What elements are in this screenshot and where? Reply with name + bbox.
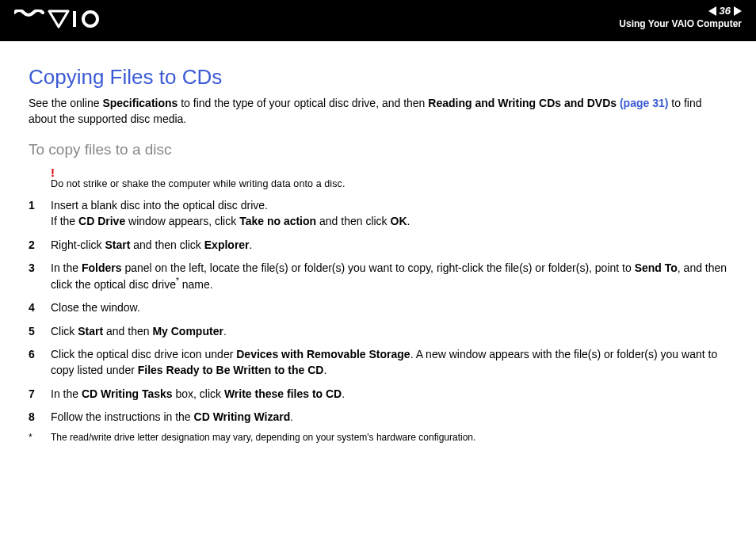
prev-page-icon[interactable] <box>708 6 716 16</box>
step-bold: Take no action <box>239 215 316 227</box>
step-text: name. <box>179 278 213 291</box>
step-item: Click Start and then My Computer. <box>29 323 727 339</box>
page-number: 36 <box>720 5 731 17</box>
step-text: . <box>407 215 410 227</box>
next-page-icon[interactable] <box>734 6 742 16</box>
step-text: If the <box>51 215 78 227</box>
step-bold: My Computer <box>152 325 223 338</box>
step-text: Follow the instructions in the <box>51 410 194 423</box>
warning-text: Do not strike or shake the computer whil… <box>51 178 727 189</box>
content-area: Copying Files to CDs See the online Spec… <box>0 41 756 459</box>
intro-seg: to find the type of your optical disc dr… <box>178 97 428 109</box>
step-text: In the <box>51 261 82 274</box>
step-item: Close the window. <box>29 299 727 315</box>
footnote-text: The read/write drive letter designation … <box>51 432 475 443</box>
svg-rect-0 <box>73 11 76 27</box>
page-nav: 36 <box>619 5 742 17</box>
step-bold: CD Drive <box>78 215 125 227</box>
step-text: box, click <box>173 387 224 400</box>
warning-icon: ! <box>51 166 727 178</box>
step-bold: OK <box>391 215 407 227</box>
vaio-logo <box>14 10 101 32</box>
step-text: panel on the left, locate the file(s) or… <box>122 261 635 274</box>
intro-text: See the online Specifications to find th… <box>29 96 727 127</box>
step-bold: CD Writing Tasks <box>82 387 173 400</box>
steps-list: Insert a blank disc into the optical dis… <box>29 197 727 425</box>
step-text: . <box>223 325 227 338</box>
step-item: In the Folders panel on the left, locate… <box>29 260 727 292</box>
step-bold: Devices with Removable Storage <box>236 348 410 360</box>
step-text: . <box>250 238 253 251</box>
step-item: Insert a blank disc into the optical dis… <box>29 197 727 230</box>
step-text: Close the window. <box>51 301 140 314</box>
step-text: Right-click <box>51 238 105 251</box>
step-text: . <box>323 364 326 376</box>
header-bar: 36 Using Your VAIO Computer <box>0 0 756 41</box>
step-text: Insert a blank disc into the optical dis… <box>51 199 268 212</box>
step-text: and then click <box>130 238 204 251</box>
step-text: . <box>290 410 293 423</box>
header-right: 36 Using Your VAIO Computer <box>619 5 742 29</box>
page-link[interactable]: (page 31) <box>620 97 668 109</box>
step-bold: Write these files to CD <box>224 387 342 400</box>
sub-heading: To copy files to a disc <box>29 141 727 158</box>
step-item: Follow the instructions in the CD Writin… <box>29 409 727 425</box>
step-text: Click the optical disc drive icon under <box>51 348 236 360</box>
svg-point-1 <box>83 12 97 26</box>
step-bold: Explorer <box>204 238 250 251</box>
footnote-star: * <box>29 432 32 443</box>
step-text: Click <box>51 325 78 338</box>
intro-bold: Specifications <box>102 97 178 109</box>
warning-block: ! Do not strike or shake the computer wh… <box>51 166 727 189</box>
step-bold: Start <box>105 238 130 251</box>
step-bold: Folders <box>82 261 122 274</box>
step-text: and then <box>103 325 152 338</box>
footnote: * The read/write drive letter designatio… <box>29 432 727 443</box>
step-bold: Start <box>78 325 103 338</box>
step-item: Click the optical disc drive icon under … <box>29 346 727 379</box>
page-title: Copying Files to CDs <box>29 65 727 90</box>
step-text: and then click <box>316 215 390 227</box>
step-bold: Send To <box>635 261 678 274</box>
step-item: In the CD Writing Tasks box, click Write… <box>29 386 727 402</box>
step-bold: Files Ready to Be Written to the CD <box>138 364 324 376</box>
step-text: In the <box>51 387 82 400</box>
intro-bold: Reading and Writing CDs and DVDs <box>428 97 620 109</box>
step-item: Right-click Start and then click Explore… <box>29 237 727 253</box>
step-text: window appears, click <box>125 215 239 227</box>
step-bold: CD Writing Wizard <box>194 410 291 423</box>
step-text: . <box>342 387 345 400</box>
breadcrumb: Using Your VAIO Computer <box>619 18 742 29</box>
intro-seg: See the online <box>29 97 102 109</box>
